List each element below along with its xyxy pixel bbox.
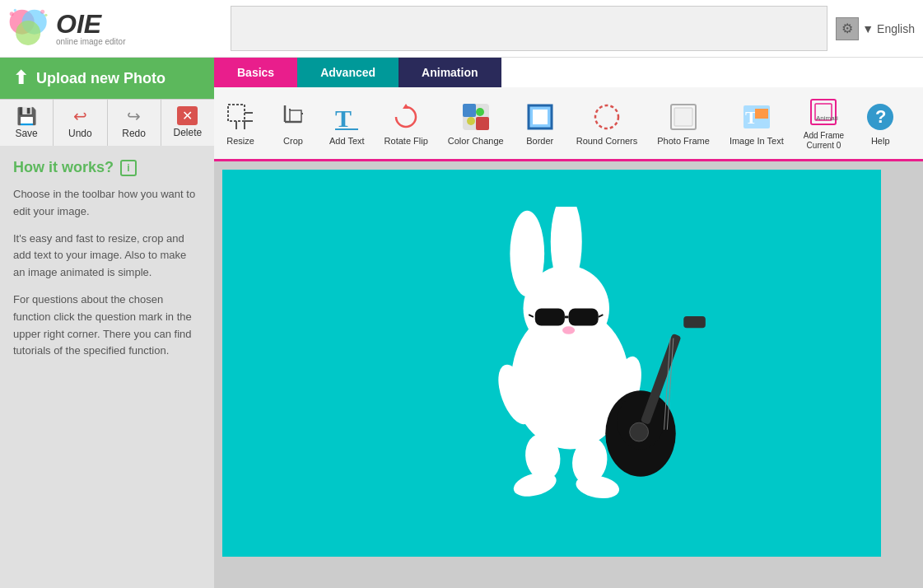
save-icon: 💾 <box>16 106 37 126</box>
svg-marker-19 <box>403 104 409 109</box>
canvas-container <box>222 170 881 557</box>
svg-point-2 <box>16 21 40 45</box>
lang-area[interactable]: ⚙ ▼ English <box>836 17 915 40</box>
resize-icon <box>224 100 257 133</box>
svg-point-24 <box>467 117 475 125</box>
undo-button[interactable]: ↩ Undo <box>54 100 107 146</box>
gear-icon[interactable]: ⚙ <box>836 17 859 40</box>
action-bar: 💾 Save ↩ Undo ↪ Redo ✕ Delete <box>0 99 214 146</box>
svg-point-3 <box>10 12 14 16</box>
border-label: Border <box>526 136 553 146</box>
help-label: Help <box>871 136 890 146</box>
add-frame-button[interactable]: Animation Add FrameCurrent 0 <box>794 91 854 156</box>
svg-rect-26 <box>533 110 548 124</box>
svg-point-27 <box>595 105 618 128</box>
svg-point-23 <box>476 108 484 116</box>
sidebar: ⬆ Upload new Photo 💾 Save ↩ Undo ↪ Redo … <box>0 58 214 588</box>
help-icon: ? <box>864 100 897 133</box>
bunny-illustration <box>446 207 710 520</box>
logo-area: OIE online image editor <box>8 8 222 49</box>
lang-label: English <box>877 22 915 35</box>
help-button[interactable]: ? Help <box>854 96 907 151</box>
svg-rect-29 <box>674 108 692 126</box>
add-text-icon: T <box>330 100 363 133</box>
svg-rect-42 <box>535 309 565 326</box>
add-frame-icon: Animation <box>807 96 840 128</box>
crop-label: Crop <box>283 136 303 146</box>
svg-point-5 <box>44 13 47 16</box>
resize-button[interactable]: Resize <box>214 96 267 151</box>
tool-buttons: Resize Crop <box>214 87 923 159</box>
svg-rect-43 <box>569 309 599 326</box>
delete-icon: ✕ <box>177 106 198 125</box>
how-paragraph-1: Choose in the toolbar how you want to ed… <box>13 186 201 221</box>
upload-label: Upload new Photo <box>36 70 165 87</box>
round-corners-button[interactable]: Round Corners <box>566 96 648 151</box>
svg-point-47 <box>562 326 575 334</box>
round-corners-label: Round Corners <box>576 136 638 146</box>
info-icon[interactable]: i <box>120 160 137 176</box>
svg-rect-21 <box>463 104 476 117</box>
svg-rect-60 <box>683 316 706 328</box>
crop-icon <box>277 100 310 133</box>
logo-subtitle: online image editor <box>56 37 126 46</box>
svg-text:?: ? <box>875 106 886 127</box>
resize-label: Resize <box>226 136 254 146</box>
canvas-image[interactable] <box>222 170 881 557</box>
color-change-icon <box>459 100 492 133</box>
lang-dropdown-arrow: ▼ <box>862 22 874 35</box>
svg-rect-22 <box>476 117 489 130</box>
rotate-flip-button[interactable]: Rotate Flip <box>375 96 438 151</box>
upload-icon: ⬆ <box>13 68 28 89</box>
photo-frame-label: Photo Frame <box>657 136 710 146</box>
color-change-button[interactable]: Color Change <box>438 96 514 151</box>
main-layout: ⬆ Upload new Photo 💾 Save ↩ Undo ↪ Redo … <box>0 58 923 588</box>
round-corners-icon <box>590 100 623 133</box>
image-in-text-icon: T <box>740 100 773 133</box>
save-button[interactable]: 💾 Save <box>0 100 54 146</box>
svg-point-41 <box>524 265 610 352</box>
delete-button[interactable]: ✕ Delete <box>161 100 214 146</box>
redo-icon: ↪ <box>127 106 141 126</box>
how-paragraph-3: For questions about the chosen function … <box>13 292 201 360</box>
how-it-works-section: How it works? i Choose in the toolbar ho… <box>0 146 214 383</box>
tab-bar: Basics Advanced Animation <box>214 58 923 87</box>
rotate-flip-icon <box>389 100 422 133</box>
add-frame-label: Add FrameCurrent 0 <box>804 131 844 151</box>
border-icon <box>524 100 557 133</box>
content-area: Basics Advanced Animation <box>214 58 923 588</box>
tab-basics[interactable]: Basics <box>214 58 297 87</box>
svg-rect-32 <box>755 109 768 119</box>
save-label: Save <box>15 128 37 139</box>
tab-advanced[interactable]: Advanced <box>297 58 399 87</box>
photo-frame-icon <box>667 100 700 133</box>
svg-rect-7 <box>228 105 245 121</box>
canvas-area <box>214 161 923 588</box>
color-change-label: Color Change <box>448 136 504 146</box>
svg-rect-16 <box>290 110 301 122</box>
top-bar: OIE online image editor ⚙ ▼ English <box>0 0 923 58</box>
svg-point-4 <box>14 8 16 11</box>
border-button[interactable]: Border <box>514 96 566 151</box>
preview-bar <box>231 6 827 51</box>
svg-text:T: T <box>335 105 352 132</box>
redo-label: Redo <box>122 128 146 139</box>
redo-button[interactable]: ↪ Redo <box>108 100 161 146</box>
image-in-text-label: Image In Text <box>730 136 784 146</box>
rotate-flip-label: Rotate Flip <box>385 136 428 146</box>
logo-icon <box>8 8 49 49</box>
svg-point-6 <box>40 9 44 13</box>
image-in-text-button[interactable]: T Image In Text <box>720 96 794 151</box>
toolbar: Basics Advanced Animation <box>214 58 923 161</box>
tab-animation[interactable]: Animation <box>399 58 501 87</box>
photo-frame-button[interactable]: Photo Frame <box>647 96 720 151</box>
how-it-works-title: How it works? i <box>13 159 201 176</box>
undo-label: Undo <box>68 128 92 139</box>
svg-text:Animation: Animation <box>816 114 838 122</box>
upload-button[interactable]: ⬆ Upload new Photo <box>0 58 214 99</box>
crop-button[interactable]: Crop <box>267 96 319 151</box>
logo-title: OIE <box>56 11 126 37</box>
undo-icon: ↩ <box>73 106 87 126</box>
add-text-button[interactable]: T Add Text <box>319 96 375 151</box>
delete-label: Delete <box>174 127 203 138</box>
